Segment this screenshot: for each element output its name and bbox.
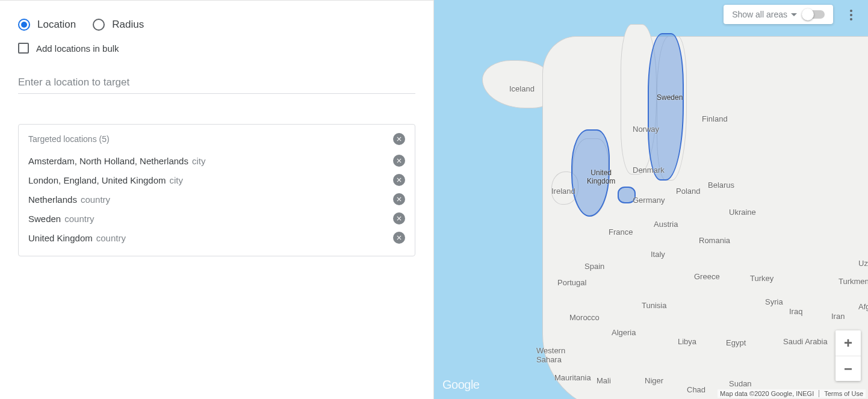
location-type: city (192, 156, 206, 166)
show-areas-label: Show all areas (732, 10, 787, 19)
map-country-label: France (609, 227, 633, 237)
map-country-label: Sudan (729, 379, 752, 388)
map-country-label: UnitedKingdom (587, 169, 615, 185)
map-country-label: Sweden (657, 93, 683, 102)
map-country-label: Saudi Arabia (783, 337, 828, 346)
remove-location-icon[interactable] (393, 174, 405, 186)
map-country-label: Turkey (750, 274, 773, 283)
map-country-label: Romania (699, 236, 730, 245)
radio-selected-icon (18, 19, 30, 31)
targeted-location-row: Netherlandscountry (28, 190, 405, 209)
map-country-label: Poland (676, 187, 700, 196)
map-country-label: Algeria (612, 328, 636, 337)
map-country-label: WesternSahara (536, 346, 565, 364)
radio-radius-label: Radius (112, 19, 144, 31)
map-country-label: Austria (654, 220, 678, 229)
map-country-label: Mauritania (554, 373, 591, 382)
targeted-locations-list: Amsterdam, North Holland, Netherlandscit… (28, 151, 405, 247)
targeted-location-row: Swedencountry (28, 209, 405, 228)
map-data-text: Map data ©2020 Google, INEGI (720, 390, 814, 397)
radio-radius[interactable]: Radius (93, 19, 144, 31)
map-areas-control: Show all areas (724, 5, 833, 24)
targeted-header-text: Targeted locations (5) (28, 134, 110, 144)
location-name: Netherlands (28, 194, 77, 205)
map-country-label: Greece (694, 272, 720, 281)
show-areas-dropdown[interactable]: Show all areas (732, 10, 797, 19)
targeted-location-row: United Kingdomcountry (28, 228, 405, 247)
map-country-label: Portugal (557, 278, 586, 287)
map-highlight-sweden (648, 33, 684, 181)
map-country-label: Germany (633, 196, 665, 205)
map-more-menu[interactable] (846, 6, 856, 24)
map-country-label: Libya (678, 337, 696, 346)
targeted-location-row: London, England, United Kingdomcity (28, 170, 405, 190)
map-country-label: Morocco (569, 313, 600, 322)
map-country-label: Uzb (858, 259, 868, 268)
map-country-label: Afg (858, 302, 868, 311)
checkbox-unchecked-icon (18, 43, 29, 54)
zoom-in-button[interactable]: + (835, 330, 861, 356)
remove-location-icon[interactable] (393, 212, 405, 224)
remove-location-icon[interactable] (393, 155, 405, 167)
map-country-label: Niger (645, 376, 663, 385)
map-country-label: Iceland (509, 84, 535, 93)
targeted-location-row: Amsterdam, North Holland, Netherlandscit… (28, 151, 405, 170)
location-settings-panel: Location Radius Add locations in bulk Ta… (0, 0, 434, 399)
map-country-label: Ireland (551, 187, 575, 196)
divider (819, 390, 819, 397)
map-panel[interactable]: IcelandSwedenFinlandNorwayUnitedKingdomD… (434, 0, 868, 399)
radio-location-label: Location (37, 19, 76, 31)
map-country-label: Denmark (633, 165, 665, 175)
bulk-checkbox-label: Add locations in bulk (36, 43, 119, 54)
location-name: Amsterdam, North Holland, Netherlands (28, 156, 188, 166)
terms-link[interactable]: Terms of Use (824, 390, 863, 397)
location-name: London, England, United Kingdom (28, 175, 166, 185)
areas-toggle[interactable] (803, 10, 825, 19)
location-type: city (170, 175, 184, 185)
map-country-label: Tunisia (642, 301, 666, 310)
map-country-label: Belarus (708, 181, 734, 190)
location-name: United Kingdom (28, 233, 93, 243)
clear-all-icon[interactable] (393, 133, 405, 145)
targeted-locations-box: Targeted locations (5) Amsterdam, North … (18, 124, 415, 256)
map-country-label: Mali (597, 376, 611, 385)
map-country-label: Egypt (726, 338, 746, 347)
location-type: country (81, 194, 110, 205)
map-country-label: Iran (831, 312, 845, 321)
map-country-label: Iraq (789, 307, 802, 316)
map-country-label: Ukraine (729, 208, 756, 217)
zoom-controls: + − (835, 330, 861, 381)
map-country-label: Syria (765, 297, 783, 306)
remove-location-icon[interactable] (393, 232, 405, 244)
targeting-mode-radios: Location Radius (18, 19, 415, 31)
map-country-label: Chad (687, 385, 705, 394)
radio-location[interactable]: Location (18, 19, 76, 31)
map-country-label: Italy (651, 250, 665, 259)
location-name: Sweden (28, 214, 61, 224)
location-type: country (96, 233, 126, 243)
map-country-label: Finland (702, 114, 728, 123)
map-country-label: Norway (633, 125, 659, 134)
google-logo: Google (442, 378, 480, 392)
remove-location-icon[interactable] (393, 193, 405, 205)
map-attribution: Map data ©2020 Google, INEGI Terms of Us… (718, 389, 866, 398)
radio-unselected-icon (93, 19, 105, 31)
map-country-label: Spain (584, 262, 604, 271)
bulk-add-checkbox[interactable]: Add locations in bulk (18, 43, 415, 54)
location-type: country (64, 214, 94, 224)
caret-down-icon (791, 13, 797, 16)
map-country-label: Turkmenis (839, 277, 868, 286)
location-search-input[interactable] (18, 72, 415, 94)
zoom-out-button[interactable]: − (835, 356, 861, 381)
targeted-locations-header: Targeted locations (5) (28, 133, 405, 145)
